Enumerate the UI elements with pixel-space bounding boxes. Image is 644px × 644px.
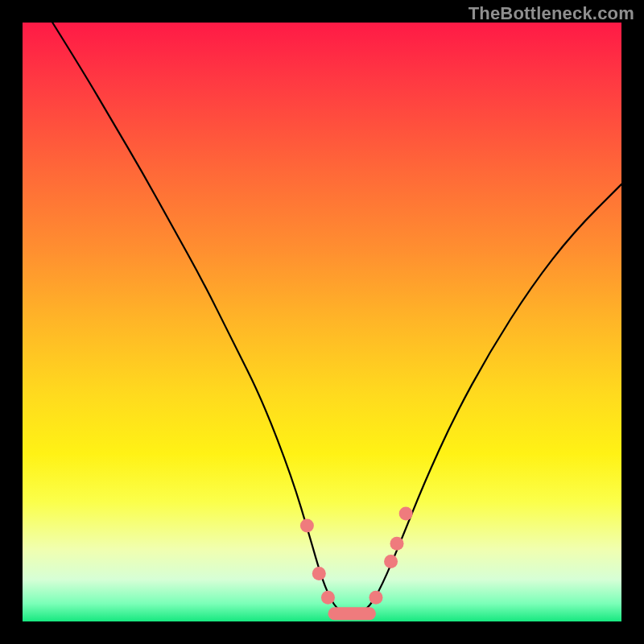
marker-dot — [399, 507, 413, 521]
marker-dot — [300, 518, 314, 532]
bottleneck-curve — [52, 23, 621, 614]
chart-svg — [23, 23, 621, 621]
watermark-text: TheBottleneck.com — [469, 3, 634, 24]
marker-dot — [390, 537, 404, 551]
chart-plot-area — [23, 23, 621, 621]
marker-dot — [384, 555, 398, 568]
marker-dot — [312, 567, 326, 580]
marker-dot — [369, 591, 382, 605]
marker-bar — [328, 607, 376, 620]
marker-dot — [321, 591, 335, 605]
